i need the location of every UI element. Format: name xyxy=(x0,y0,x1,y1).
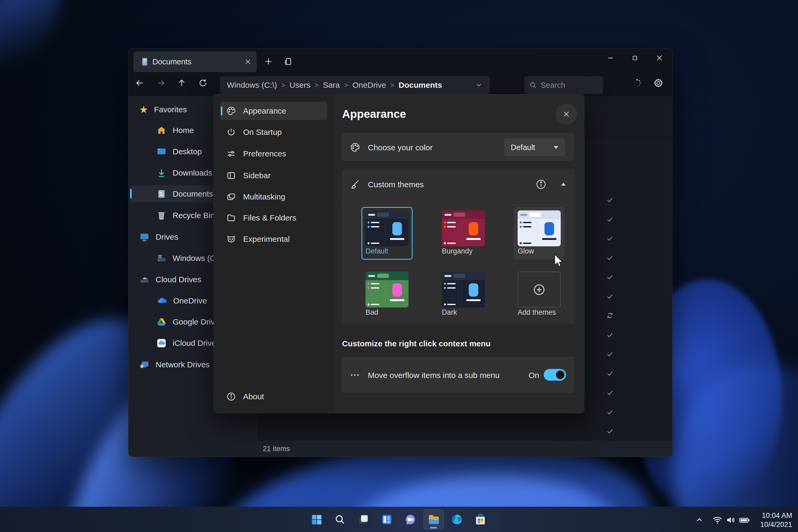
search-input[interactable] xyxy=(540,81,593,90)
microsoft-store-icon[interactable] xyxy=(474,513,487,526)
settings-nav: Appearance On Startup Preferences Sideba… xyxy=(214,94,334,413)
breadcrumb-segment[interactable]: OneDrive xyxy=(353,81,386,90)
theme-glow-thumbnail[interactable] xyxy=(518,210,561,246)
titlebar: Documents xyxy=(129,49,672,74)
minimize-button[interactable] xyxy=(598,49,623,67)
status-check-icon xyxy=(606,234,614,242)
breadcrumb-dropdown-icon[interactable] xyxy=(475,81,483,89)
up-icon[interactable] xyxy=(173,74,190,92)
breadcrumb-separator: > xyxy=(344,81,348,89)
settings-nav-experimental[interactable]: Experimental xyxy=(220,230,327,248)
sidebar-item-desktop[interactable]: Desktop xyxy=(156,146,202,157)
chat-teams-icon[interactable] xyxy=(403,513,417,526)
collapse-chevron-icon[interactable] xyxy=(561,183,566,186)
sidebar-section-drives[interactable]: Drives xyxy=(139,232,178,242)
sidebar-item-home[interactable]: Home xyxy=(156,125,194,136)
theme-label-dark: Dark xyxy=(442,308,457,317)
status-check-icon xyxy=(606,331,614,339)
add-theme-button[interactable] xyxy=(518,271,561,307)
sidebar-section-cloud-drives[interactable]: Cloud Drives xyxy=(139,274,201,285)
maximize-button[interactable] xyxy=(623,49,647,67)
home-icon xyxy=(156,125,167,136)
color-scheme-dropdown[interactable]: Default xyxy=(505,139,565,156)
wifi-icon[interactable] xyxy=(711,514,723,526)
new-tab-icon[interactable] xyxy=(263,56,274,67)
add-themes-label: Add themes xyxy=(518,308,556,317)
sidebar-section-favorites[interactable]: ★ Favorites xyxy=(139,104,187,115)
sidebar-item-downloads[interactable]: Downloads xyxy=(156,168,212,178)
breadcrumb-segment[interactable]: Sara xyxy=(323,81,340,90)
volume-icon[interactable] xyxy=(725,514,737,526)
theme-label-burgandy: Burgandy xyxy=(442,247,473,255)
panel-title: Appearance xyxy=(342,108,406,120)
settings-nav-sidebar[interactable]: Sidebar xyxy=(220,167,327,185)
status-check-icon xyxy=(606,389,614,396)
theme-info-icon[interactable] xyxy=(535,178,547,190)
settings-nav-about[interactable]: About xyxy=(220,387,327,406)
breadcrumb-segment-current[interactable]: Documents xyxy=(399,81,442,90)
theme-dark-thumbnail[interactable] xyxy=(442,271,485,307)
icloud-icon xyxy=(156,338,167,348)
theme-default-thumbnail[interactable] xyxy=(365,210,408,246)
theme-burgandy-thumbnail[interactable] xyxy=(442,210,485,246)
battery-icon[interactable] xyxy=(739,514,750,526)
selection-accent-bar xyxy=(130,189,132,198)
files-app-icon[interactable] xyxy=(427,513,440,526)
breadcrumb-segment[interactable]: Windows (C:\) xyxy=(227,81,277,90)
close-button[interactable] xyxy=(647,49,671,67)
files-app-active-indicator[interactable] xyxy=(423,509,444,530)
breadcrumb[interactable]: Windows (C:\) > Users > Sara > OneDrive … xyxy=(220,76,490,94)
widgets-icon[interactable] xyxy=(380,513,394,526)
mouse-cursor xyxy=(553,253,565,268)
folder-icon xyxy=(226,213,236,223)
sidebar-item-recycle-bin[interactable]: Recycle Bin xyxy=(156,210,215,221)
star-icon: ★ xyxy=(139,104,148,115)
sidebar-item-documents[interactable]: Documents xyxy=(156,189,213,199)
task-view-icon[interactable] xyxy=(357,513,370,526)
tray-time: 10:04 AM xyxy=(760,511,792,520)
tab-close-icon[interactable] xyxy=(244,58,252,66)
loading-spinner-icon xyxy=(629,74,646,92)
sidebar-item-windows-c[interactable]: Windows (C:) xyxy=(156,253,221,264)
tray-chevron-up-icon[interactable] xyxy=(694,514,705,526)
sidebar-item-icloud-drive[interactable]: iCloud Drive xyxy=(156,338,216,348)
dialog-close-button[interactable] xyxy=(556,103,577,125)
overflow-toggle-card: Move overflow items into a sub menu On xyxy=(342,357,574,393)
tray-clock[interactable]: 10:04 AM 10/4/2021 xyxy=(760,511,792,529)
settings-gear-icon[interactable] xyxy=(650,74,667,92)
settings-nav-multitasking[interactable]: Multitasking xyxy=(220,188,327,206)
back-icon[interactable] xyxy=(131,74,148,92)
overflow-toggle-switch[interactable] xyxy=(544,369,566,381)
duplicate-tab-icon[interactable] xyxy=(283,56,293,67)
start-button-icon[interactable] xyxy=(310,513,323,526)
theme-bad-thumbnail[interactable] xyxy=(365,271,408,307)
document-icon xyxy=(140,57,150,67)
ellipsis-icon xyxy=(350,373,361,378)
active-app-pill xyxy=(430,527,437,529)
settings-nav-appearance[interactable]: Appearance xyxy=(220,102,327,120)
recycle-bin-icon xyxy=(156,210,167,221)
sidebar-item-onedrive[interactable]: OneDrive xyxy=(156,295,207,306)
settings-nav-files-folders[interactable]: Files & Folders xyxy=(220,209,327,227)
sidebar-panel-icon xyxy=(226,171,236,180)
status-check-icon xyxy=(606,196,614,204)
sidebar-section-network-drives[interactable]: Network Drives xyxy=(139,359,210,370)
refresh-icon[interactable] xyxy=(194,74,211,92)
status-check-icon xyxy=(606,215,614,223)
multitasking-icon xyxy=(226,192,236,202)
breadcrumb-segment[interactable]: Users xyxy=(290,81,310,90)
status-check-icon xyxy=(606,292,614,300)
settings-nav-on-startup[interactable]: On Startup xyxy=(220,123,327,141)
taskbar-search-icon[interactable] xyxy=(333,513,347,526)
items-count: 21 items xyxy=(263,445,290,453)
toggle-state-text: On xyxy=(529,371,539,380)
tab-title: Documents xyxy=(152,57,191,66)
forward-icon[interactable] xyxy=(152,74,169,92)
settings-nav-preferences[interactable]: Preferences xyxy=(220,145,327,163)
edge-browser-icon[interactable] xyxy=(450,513,464,526)
search-field[interactable] xyxy=(524,76,603,94)
sidebar-item-google-drive[interactable]: Google Drive xyxy=(156,317,219,327)
dropdown-value: Default xyxy=(511,143,535,152)
navigation-toolbar: Windows (C:\) > Users > Sara > OneDrive … xyxy=(129,74,672,96)
tab-documents[interactable]: Documents xyxy=(133,51,257,72)
